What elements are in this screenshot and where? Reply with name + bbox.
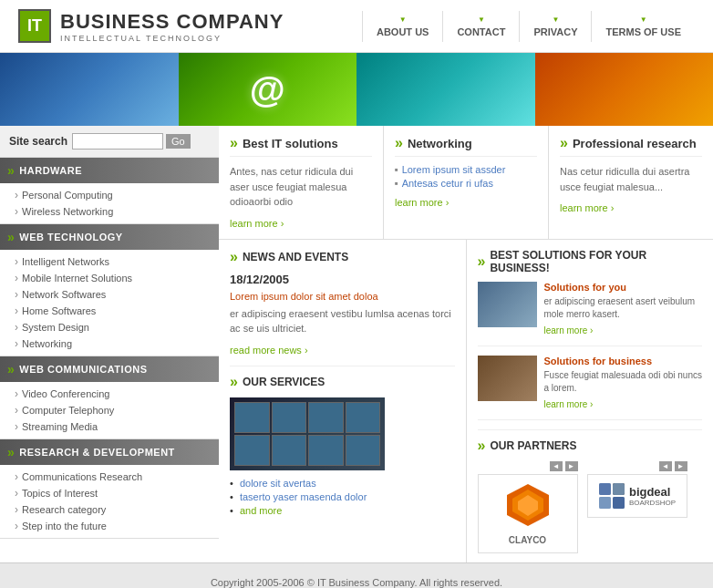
- best-solutions-arrow-icon: »: [478, 253, 486, 270]
- news-article-link[interactable]: Lorem ipsum dolor sit amet doloa: [230, 291, 455, 302]
- sidebar-item[interactable]: Network Softwares: [0, 286, 219, 303]
- logo-icon: IT: [18, 9, 51, 43]
- sidebar-item[interactable]: Video Conferencing: [0, 386, 219, 402]
- services-title-text: OUR SERVICES: [243, 376, 325, 388]
- biz-learn-1[interactable]: learn more: [544, 325, 594, 335]
- partner-clayco-wrapper: ◄ ►: [478, 461, 578, 553]
- clayco-prev-button[interactable]: ◄: [550, 461, 563, 471]
- at-symbol-icon: @: [250, 69, 285, 110]
- sidebar-section-web-technology: »WEB TECHNOLOGYIntelligent NetworksMobil…: [0, 224, 219, 356]
- sidebar-category-web-technology[interactable]: »WEB TECHNOLOGY: [0, 224, 219, 250]
- learn-more-0[interactable]: learn more: [230, 218, 284, 229]
- tv-screen-2: [272, 402, 307, 433]
- bigdeal-prev-button[interactable]: ◄: [659, 461, 672, 471]
- biz-learn-2[interactable]: learn more: [544, 399, 594, 409]
- sidebar-item[interactable]: Topics of Interest: [0, 485, 219, 501]
- sidebar-section-hardware: »HARDWAREPersonal ComputingWireless Netw…: [0, 158, 219, 224]
- clayco-logo: [505, 482, 551, 531]
- bigdeal-name: bigdeal: [629, 485, 676, 499]
- news-arrow-icon: »: [230, 249, 238, 265]
- services-title: » OUR SERVICES: [230, 374, 455, 390]
- biz-title-1[interactable]: Solutions for you: [544, 282, 703, 293]
- category-label: WEB COMMUNICATIONS: [19, 364, 147, 375]
- news-date: 18/12/2005: [230, 273, 455, 286]
- service-link-3[interactable]: and more: [240, 505, 282, 516]
- sidebar-categories: »HARDWAREPersonal ComputingWireless Netw…: [0, 158, 219, 539]
- sidebar-item[interactable]: Computer Telephony: [0, 402, 219, 418]
- svg-rect-9: [599, 497, 611, 509]
- sidebar-item[interactable]: Intelligent Networks: [0, 253, 219, 270]
- biz-title-2[interactable]: Solutions for business: [544, 356, 703, 366]
- category-label: HARDWARE: [19, 165, 82, 176]
- main-nav: ▼ABOUT US▼CONTACT▼PRIVACY▼TERMS OF USE: [362, 11, 695, 42]
- sidebar-item[interactable]: System Design: [0, 319, 219, 335]
- bigdeal-subtitle: BOARDSHOP: [629, 499, 676, 507]
- header: IT BUSINESS COMPANY INTELLECTUAL TECHNOL…: [0, 0, 713, 53]
- learn-more-2[interactable]: learn more: [560, 202, 614, 213]
- bigdeal-text: bigdeal BOARDSHOP: [629, 485, 676, 507]
- solutions-row: » Best IT solutions Antes, nas cetur rid…: [219, 126, 713, 240]
- category-arrow-icon: »: [7, 163, 15, 178]
- sidebar-category-web-communications[interactable]: »WEB COMMUNICATIONS: [0, 356, 219, 382]
- logo-text: BUSINESS COMPANY INTELLECTUAL TECHNOLOGY: [60, 10, 284, 43]
- tv-screen-4: [346, 402, 381, 433]
- service-bullets-list: • dolore sit avertas • taserto yaser mas…: [230, 478, 455, 516]
- partners-grid: ◄ ►: [478, 461, 703, 553]
- search-label: Site search: [9, 135, 67, 148]
- sidebar-item[interactable]: Networking: [0, 335, 219, 352]
- sidebar-item[interactable]: Home Softwares: [0, 303, 219, 319]
- solution-link-1-1[interactable]: Antesas cetur ri ufas: [395, 178, 537, 189]
- nav-arrow-icon: ▼: [399, 15, 407, 24]
- sidebar-items-research: Communications ResearchTopics of Interes…: [0, 465, 219, 538]
- bullet-icon-1: •: [230, 478, 233, 489]
- sidebar-item[interactable]: Personal Computing: [0, 187, 219, 203]
- sidebar-item[interactable]: Research category: [0, 501, 219, 518]
- banner-image-2: @: [179, 53, 357, 126]
- sidebar-item[interactable]: Communications Research: [0, 469, 219, 485]
- partners-arrow-icon: »: [478, 438, 486, 454]
- partners-section: » OUR PARTNERS ◄ ►: [478, 429, 703, 553]
- service-link-1[interactable]: dolore sit avertas: [240, 478, 316, 489]
- tv-screen-6: [272, 435, 307, 466]
- footer: Copyright 2005-2006 © IT Business Compan…: [0, 562, 713, 589]
- bigdeal-logo-svg: [598, 482, 625, 510]
- sidebar-item[interactable]: Step into the future: [0, 518, 219, 534]
- learn-more-1[interactable]: learn more: [395, 197, 449, 208]
- search-button[interactable]: Go: [166, 134, 191, 149]
- site-search-bar: Site search Go: [0, 126, 219, 158]
- nav-item-contact[interactable]: ▼CONTACT: [442, 11, 519, 42]
- sidebar-item[interactable]: Wireless Networking: [0, 203, 219, 220]
- category-arrow-icon: »: [7, 445, 15, 459]
- clayco-next-button[interactable]: ►: [565, 461, 578, 471]
- solution-link-1-0[interactable]: Lorem ipsum sit assder: [395, 164, 537, 175]
- service-link-2[interactable]: taserto yaser masenda dolor: [240, 491, 367, 502]
- banner: @: [0, 53, 713, 126]
- bottom-content: » NEWS AND EVENTS 18/12/2005 Lorem ipsum…: [219, 240, 713, 562]
- read-more-link[interactable]: read more news: [230, 345, 308, 356]
- sidebar: Site search Go »HARDWAREPersonal Computi…: [0, 126, 219, 562]
- sidebar-category-research[interactable]: »RESEARCH & DEVELOPMENT: [0, 439, 219, 465]
- sidebar-item[interactable]: Streaming Media: [0, 418, 219, 435]
- sidebar-category-hardware[interactable]: »HARDWARE: [0, 158, 219, 183]
- tv-screen-3: [308, 402, 344, 433]
- svg-rect-7: [599, 483, 611, 495]
- solution-col-0: » Best IT solutions Antes, nas cetur rid…: [219, 126, 384, 239]
- bigdeal-logo: bigdeal BOARDSHOP: [598, 482, 676, 510]
- services-arrow-icon: »: [230, 374, 238, 390]
- service-bullet-1: • dolore sit avertas: [230, 478, 455, 489]
- bigdeal-next-button[interactable]: ►: [675, 461, 687, 471]
- main-content: Site search Go »HARDWAREPersonal Computi…: [0, 126, 713, 562]
- nav-item-terms-of-use[interactable]: ▼TERMS OF USE: [591, 11, 695, 42]
- nav-item-privacy[interactable]: ▼PRIVACY: [519, 11, 591, 42]
- category-arrow-icon: »: [7, 362, 15, 377]
- news-section: » NEWS AND EVENTS 18/12/2005 Lorem ipsum…: [230, 249, 455, 356]
- sidebar-item[interactable]: Mobile Internet Solutions: [0, 270, 219, 286]
- biz-content-2: Solutions for business Fusce feugiat mal…: [544, 356, 703, 410]
- nav-item-about-us[interactable]: ▼ABOUT US: [362, 11, 442, 42]
- tv-screen-1: [234, 402, 270, 433]
- solution-title-text: Professional research: [573, 137, 697, 150]
- search-input[interactable]: [72, 133, 163, 150]
- solution-col-2: » Professional research Nas cetur ridicu…: [549, 126, 713, 239]
- biz-text-1: er adipiscing eraesent asert veibulum mo…: [544, 295, 703, 321]
- svg-rect-10: [613, 497, 625, 509]
